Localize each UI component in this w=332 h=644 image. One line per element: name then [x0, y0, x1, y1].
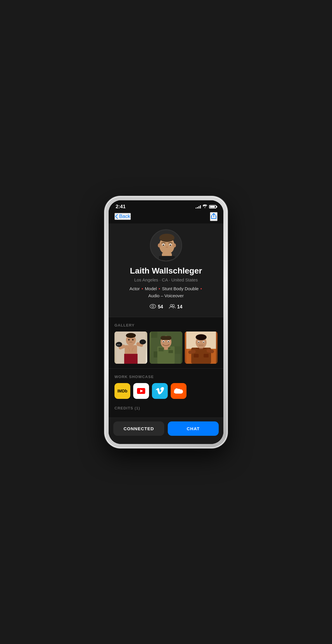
eye-icon	[150, 304, 156, 310]
svg-rect-35	[168, 350, 173, 353]
back-button[interactable]: Back	[114, 213, 131, 220]
role-dot-2: •	[159, 286, 160, 291]
profile-roles: Actor • Model • Stunt Body Double • Audi…	[129, 285, 203, 299]
people-icon	[169, 304, 175, 310]
work-showcase-section: WORK SHOWCASE IMDb	[109, 369, 223, 404]
signal-icon	[196, 205, 201, 209]
avatar	[150, 229, 182, 262]
gallery-item-hoodie[interactable]	[185, 332, 218, 364]
vimeo-icon[interactable]	[152, 383, 168, 399]
status-bar: 2:41	[109, 200, 223, 211]
views-count: 54	[158, 304, 163, 310]
showcase-icons: IMDb	[114, 383, 218, 399]
svg-point-4	[159, 234, 174, 242]
views-stat: 54	[150, 304, 163, 310]
back-label: Back	[119, 213, 130, 219]
svg-point-54	[198, 341, 199, 342]
scroll-content[interactable]: Laith Wallschleger Los Angeles · CA · Un…	[109, 223, 223, 418]
svg-rect-37	[160, 336, 171, 340]
svg-point-13	[152, 305, 154, 307]
svg-point-41	[168, 341, 169, 342]
soundcloud-icon[interactable]	[171, 383, 186, 399]
svg-point-14	[170, 304, 172, 306]
svg-point-24	[140, 339, 146, 344]
svg-rect-42	[164, 347, 168, 350]
gallery-title: GALLERY	[114, 323, 218, 327]
profile-location: Los Angeles · CA · United States	[134, 277, 198, 282]
svg-point-10	[170, 244, 171, 246]
profile-stats: 54 14	[150, 304, 182, 310]
svg-point-5	[158, 243, 161, 247]
svg-rect-2	[159, 256, 175, 262]
credits-title: CREDITS (1)	[114, 406, 218, 410]
chat-button[interactable]: CHAT	[168, 421, 219, 436]
svg-point-25	[128, 339, 130, 340]
wifi-icon	[203, 204, 207, 209]
credits-section: CREDITS (1)	[109, 404, 223, 416]
connections-stat: 14	[169, 304, 182, 310]
role-dot-1: •	[141, 286, 143, 291]
work-showcase-title: WORK SHOWCASE	[114, 375, 218, 379]
phone-screen: 2:41	[109, 200, 223, 444]
gallery-section: GALLERY	[109, 317, 223, 368]
gallery-item-soldier[interactable]	[150, 332, 182, 364]
svg-text:EVL: EVL	[117, 344, 121, 345]
svg-point-12	[150, 304, 156, 308]
svg-rect-46	[194, 354, 199, 358]
connected-button[interactable]: CONNECTED	[113, 421, 164, 436]
imdb-icon[interactable]: IMDb	[114, 383, 130, 399]
svg-point-26	[132, 339, 134, 340]
connections-count: 14	[177, 304, 182, 310]
nav-bar: Back	[109, 211, 223, 223]
status-time: 2:41	[116, 204, 126, 210]
svg-point-40	[163, 341, 164, 342]
svg-point-6	[173, 243, 176, 247]
svg-rect-47	[203, 354, 208, 358]
youtube-icon[interactable]	[133, 383, 149, 399]
role-dot-3: •	[201, 286, 202, 291]
action-bar: CONNECTED CHAT	[109, 418, 223, 444]
phone-frame: 2:41	[105, 196, 227, 448]
battery-icon	[209, 205, 216, 209]
svg-rect-29	[151, 332, 157, 338]
svg-point-9	[163, 244, 164, 246]
profile-section: Laith Wallschleger Los Angeles · CA · Un…	[109, 223, 223, 317]
status-icons	[196, 204, 216, 209]
gallery-grid: EVL	[114, 332, 218, 364]
gallery-item-boxer[interactable]: EVL	[114, 332, 147, 364]
svg-point-20	[126, 333, 136, 338]
svg-point-15	[172, 304, 174, 306]
svg-point-51	[196, 334, 206, 340]
profile-name: Laith Wallschleger	[130, 266, 202, 276]
svg-rect-18	[124, 354, 138, 364]
share-button[interactable]	[210, 212, 218, 221]
svg-point-55	[203, 341, 204, 342]
